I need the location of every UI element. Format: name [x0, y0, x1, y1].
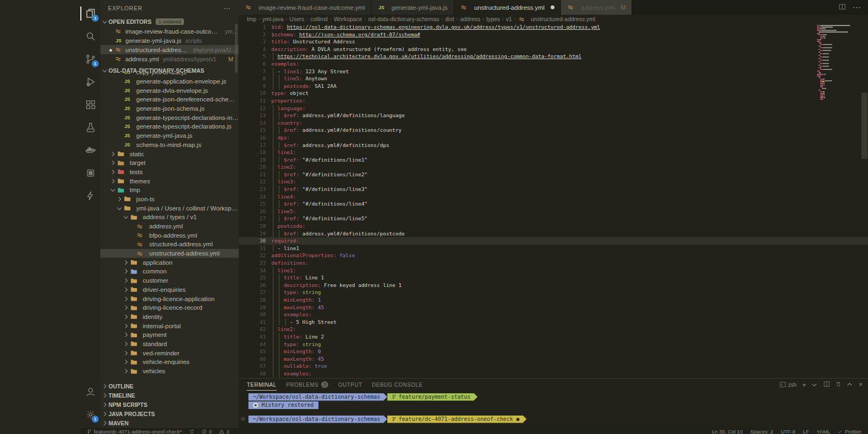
- tree-item[interactable]: application: [100, 258, 239, 267]
- more-actions-icon[interactable]: ⋯: [852, 2, 861, 12]
- code-line[interactable]: 4description: A DVLA unstructured (freef…: [239, 46, 868, 53]
- status-item[interactable]: feature/dc-4071-address-oneof-check*: [87, 429, 182, 434]
- breadcrumb-file[interactable]: unstructured-address.yml: [518, 16, 595, 23]
- activity-run-debug[interactable]: [80, 71, 100, 93]
- activity-thunder-client[interactable]: [80, 184, 100, 207]
- tree-item[interactable]: JSgenerate-application-envelope.js: [100, 77, 239, 86]
- tree-item[interactable]: vehicles: [100, 367, 239, 376]
- status-item[interactable]: Spaces: 2: [750, 429, 773, 434]
- status-item[interactable]: 0: [202, 429, 212, 434]
- terminal-output[interactable]: ~/Workspace/osl-data-dictionary-schemasf…: [248, 393, 868, 423]
- open-editor-item[interactable]: JSgenerate-yml-java.jsscripts: [100, 36, 239, 45]
- code-line[interactable]: 5 https://technical.architecture.dvla.go…: [239, 53, 868, 60]
- code-line[interactable]: 27 $ref: "#/definitions/line5": [239, 215, 868, 222]
- sidebar-section-maven[interactable]: MAVEN: [100, 419, 239, 428]
- sidebar-section-outline[interactable]: OUTLINE: [100, 381, 239, 391]
- tree-item[interactable]: themes: [100, 176, 239, 186]
- breadcrumb-segment[interactable]: Workspace: [334, 16, 362, 22]
- open-editor-item[interactable]: ●unstructured-address.ymltmp/yml-java/Us…: [100, 45, 239, 54]
- sidebar-scrollbar[interactable]: [235, 24, 238, 73]
- chevron-down-icon[interactable]: [812, 382, 817, 387]
- code-line[interactable]: 38 minLength: 1: [239, 296, 868, 304]
- tree-item[interactable]: tmp: [100, 186, 239, 195]
- code-line[interactable]: 24 line4:: [239, 193, 868, 201]
- breadcrumb-segment[interactable]: osl-data-dictionary-schemas: [368, 16, 439, 22]
- activity-settings[interactable]: 1: [80, 403, 100, 426]
- open-editor-item[interactable]: image-review-fraud-case-outcome.ymlyml/.…: [100, 27, 239, 36]
- code-line[interactable]: 32additionalProperties: false: [239, 252, 868, 259]
- code-line[interactable]: 18 line1:: [239, 149, 868, 156]
- code-line[interactable]: 20 line2:: [239, 163, 868, 171]
- tree-item[interactable]: address.yml: [100, 222, 239, 231]
- code-line[interactable]: 26 line5:: [239, 208, 868, 215]
- breadcrumb-segment[interactable]: address: [460, 16, 480, 22]
- code-line[interactable]: 30required:: [239, 237, 868, 245]
- code-line[interactable]: 23 $ref: "#/definitions/line3": [239, 186, 868, 193]
- tree-item[interactable]: application-mindmap.yml: [100, 375, 239, 378]
- terminal-profile[interactable]: zsh: [780, 381, 797, 388]
- kill-terminal-icon[interactable]: [835, 381, 841, 388]
- code-line[interactable]: 14 country:: [239, 119, 868, 127]
- panel-tab-debug-console[interactable]: DEBUG CONSOLE: [372, 379, 423, 391]
- tree-item[interactable]: driver-enquiries: [100, 285, 239, 295]
- code-line[interactable]: 15 $ref: address.yml#/definitions/countr…: [239, 126, 868, 134]
- code-line[interactable]: 35 title: Line 1: [239, 274, 868, 282]
- code-line[interactable]: 22 line3:: [239, 178, 868, 186]
- code-line[interactable]: 13 $ref: address.yml#/definitions/langua…: [239, 112, 868, 119]
- status-item[interactable]: Prettier: [838, 429, 861, 434]
- code-line[interactable]: 40 examples:: [239, 311, 868, 318]
- tree-item[interactable]: payment: [100, 330, 239, 340]
- breadcrumb-segment[interactable]: v1: [506, 16, 512, 22]
- tree-item[interactable]: internal-portal: [100, 321, 239, 330]
- activity-testing[interactable]: [80, 116, 100, 139]
- tree-item[interactable]: JSgenerate-json-dereferenced-schema.js: [100, 95, 239, 104]
- more-actions-icon[interactable]: ⋯: [224, 4, 231, 12]
- editor-tab[interactable]: address.ymlM: [561, 0, 633, 15]
- tree-item[interactable]: standard: [100, 340, 239, 349]
- sidebar-section-npm-scripts[interactable]: NPM SCRIPTS: [100, 400, 239, 409]
- breadcrumb-segment[interactable]: tmp: [247, 16, 257, 22]
- tree-item[interactable]: vehicle-enquiries: [100, 358, 239, 367]
- split-editor-icon[interactable]: [839, 3, 846, 12]
- activity-docker[interactable]: [80, 139, 100, 162]
- code-line[interactable]: 47 nullable: true: [239, 362, 868, 370]
- activity-explorer[interactable]: 1: [80, 2, 100, 25]
- status-item[interactable]: 3: [219, 429, 229, 434]
- panel-tab-problems[interactable]: PROBLEMS3: [286, 379, 329, 391]
- code-line[interactable]: 9 postcode: SA1 2AA: [239, 82, 868, 90]
- code-line[interactable]: 43 title: Line 2: [239, 333, 868, 341]
- breadcrumb-segment[interactable]: Users: [290, 16, 304, 22]
- code-line[interactable]: 28 postcode:: [239, 222, 868, 230]
- code-line[interactable]: 29 $ref: address.yml#/definitions/postco…: [239, 230, 868, 238]
- tree-item[interactable]: JScopy-yml-to-dist.js: [100, 73, 239, 77]
- breadcrumb-segment[interactable]: types: [486, 16, 500, 22]
- tree-item[interactable]: json-ts: [100, 195, 239, 204]
- new-terminal-icon[interactable]: +: [802, 381, 806, 389]
- tree-item[interactable]: address / types / v1: [100, 213, 239, 222]
- maximize-panel-icon[interactable]: [847, 382, 852, 387]
- code-line[interactable]: 8 line5: Anytown: [239, 75, 868, 82]
- activity-grid[interactable]: [80, 162, 100, 184]
- editor-tab[interactable]: unstructured-address.yml: [454, 0, 561, 15]
- panel-tab-terminal[interactable]: TERMINAL: [247, 379, 277, 391]
- breadcrumb-segment[interactable]: yml-java: [263, 16, 284, 22]
- tree-item[interactable]: driving-licence-record: [100, 303, 239, 312]
- code-line[interactable]: 39 maxLength: 45: [239, 304, 868, 311]
- code-line[interactable]: 10type: object: [239, 90, 868, 97]
- tree-item[interactable]: driving-licence-application: [100, 294, 239, 303]
- code-line[interactable]: 48 examples:: [239, 370, 868, 378]
- tree-item[interactable]: customer: [100, 276, 239, 285]
- editor-tab[interactable]: JSgenerate-yml-java.js: [372, 0, 455, 15]
- code-line[interactable]: 21 $ref: "#/definitions/line2": [239, 171, 868, 178]
- tree-item[interactable]: static: [100, 149, 239, 158]
- sidebar-section-java-projects[interactable]: JAVA PROJECTS: [100, 410, 239, 419]
- code-line[interactable]: 42 line2:: [239, 326, 868, 333]
- status-item[interactable]: YAML: [816, 429, 830, 434]
- code-line[interactable]: 45 minLength: 0: [239, 348, 868, 355]
- code-line[interactable]: 46 maxLength: 45: [239, 355, 868, 363]
- tree-item[interactable]: JSgenerate-typescript-declarations.js: [100, 122, 239, 131]
- activity-extensions[interactable]: [80, 93, 100, 116]
- code-line[interactable]: 33definitions:: [239, 259, 868, 267]
- code-line[interactable]: 12 language:: [239, 105, 868, 112]
- code-line[interactable]: 11properties:: [239, 97, 868, 105]
